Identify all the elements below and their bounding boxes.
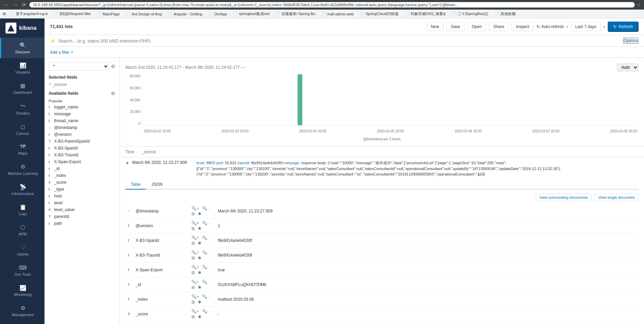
filter-minus-icon[interactable]: 🔍-	[201, 206, 210, 211]
filter-minus-icon[interactable]: 🔍-	[201, 294, 210, 299]
bookmark-2[interactable]: 📄 MainPage	[95, 11, 122, 17]
available-fields-settings[interactable]: ⚙	[111, 91, 115, 96]
sidebar-item-infrastructure[interactable]: 📡 Infrastructure	[0, 180, 45, 200]
field-item-timestamp[interactable]: ○ @timestamp	[45, 124, 119, 131]
sidebar-item-machine-learning[interactable]: ⚙ Machine Learning	[0, 159, 45, 180]
field-item-version[interactable]: t @version	[45, 131, 119, 138]
toggle-column-icon[interactable]: ✱	[197, 255, 202, 261]
bookmark-9[interactable]: 📄 SpringCloud(5)快速	[358, 11, 401, 17]
sidebar-item-discover[interactable]: 🔍 Discover	[0, 38, 45, 58]
bookmark-3[interactable]: 📄 Ant Design of Ang	[124, 11, 164, 17]
sidebar-item-dashboard[interactable]: ▦ Dashboard	[0, 78, 45, 99]
forward-button[interactable]: →	[12, 1, 19, 8]
bookmark-6[interactable]: 📄 springboot集成red	[231, 11, 272, 17]
reload-button[interactable]: ⟳	[21, 1, 27, 8]
field-item-message[interactable]: t message	[45, 111, 119, 117]
filter-exists-icon[interactable]: ⊞	[190, 226, 196, 231]
filter-minus-icon[interactable]: 🔍-	[201, 235, 210, 241]
interval-select[interactable]: Auto	[617, 63, 639, 72]
bookmark-0[interactable]: 📄 基于angular4+ng-b	[8, 11, 50, 17]
view-surrounding-button[interactable]: View surrounding documents	[536, 194, 592, 201]
field-item-score[interactable]: # _score	[45, 179, 119, 186]
sidebar-item-logs[interactable]: 📋 Logs	[0, 200, 45, 220]
filter-plus-icon[interactable]: 🔍+	[190, 309, 200, 314]
bookmark-7[interactable]: 📄 在微服务/ Spring Bo	[274, 11, 317, 17]
sidebar-item-uptime[interactable]: ♡ Uptime	[0, 240, 45, 260]
new-button[interactable]: New	[426, 22, 443, 31]
field-settings-button[interactable]: ⚙	[111, 64, 115, 69]
filter-plus-icon[interactable]: 🔍+	[190, 294, 200, 299]
bookmark-12[interactable]: 📄 其他收藏	[493, 11, 518, 17]
sidebar-item-canvas[interactable]: ◻ Canvas	[0, 119, 45, 140]
filter-plus-icon[interactable]: 🔍+	[190, 206, 200, 211]
field-item-path[interactable]: t path	[45, 220, 119, 227]
bookmark-8[interactable]: 📄 mall-admin-web	[319, 11, 356, 17]
toggle-column-icon[interactable]: ✱	[197, 226, 202, 231]
sidebar-item-timelion[interactable]: 〜 Timelion	[0, 99, 45, 119]
refresh-button[interactable]: ↻ Refresh	[608, 22, 639, 32]
bookmark-star[interactable]: ☆	[637, 2, 641, 8]
field-item-level[interactable]: t level	[45, 199, 119, 206]
filter-minus-icon[interactable]: 🔍-	[201, 250, 210, 255]
filter-plus-icon[interactable]: 🔍+	[190, 220, 200, 226]
bookmark-4[interactable]: 📄 Angular - Getting	[166, 11, 204, 17]
sidebar-item-management[interactable]: ⚙ Management	[0, 301, 45, 321]
toggle-column-icon[interactable]: ✱	[197, 314, 202, 320]
chevron-left-icon[interactable]: ‹	[567, 24, 568, 29]
filter-plus-icon[interactable]: 🔍+	[190, 264, 200, 270]
save-button[interactable]: Save	[446, 22, 464, 31]
field-item-id[interactable]: t _id	[45, 165, 119, 172]
chevron-right-icon[interactable]: ›	[604, 24, 605, 29]
doc-row-header[interactable]: ▼ March 6th 2020, 11:23:27.909 level: IN…	[120, 157, 644, 180]
toggle-column-icon[interactable]: ✱	[197, 299, 202, 305]
field-item-logger_name[interactable]: t logger_name	[45, 104, 119, 111]
tab-table[interactable]: Table	[125, 180, 146, 190]
bookmark-1[interactable]: 📄 [转]由Request Met	[52, 11, 92, 17]
filter-plus-icon[interactable]: 🔍+	[190, 279, 200, 285]
field-item-index[interactable]: t _index	[45, 172, 119, 179]
sidebar-item-monitoring[interactable]: 📈 Monitoring	[0, 281, 45, 301]
filter-minus-icon[interactable]: 🔍-	[201, 264, 210, 270]
filter-exists-icon[interactable]: ⊞	[190, 211, 196, 217]
options-button[interactable]: Options	[623, 38, 639, 44]
sidebar-item-visualize[interactable]: 📊 Visualize	[0, 58, 45, 78]
filter-minus-icon[interactable]: 🔍-	[201, 279, 210, 285]
filter-minus-icon[interactable]: 🔍-	[201, 309, 210, 314]
toggle-column-icon[interactable]: ✱	[197, 241, 202, 246]
filter-minus-icon[interactable]: 🔍-	[201, 220, 210, 226]
toggle-column-icon[interactable]: ✱	[197, 211, 202, 217]
filter-exists-icon[interactable]: ⊞	[190, 314, 196, 320]
bookmark-11[interactable]: 📄 二十]SpringBoot之	[450, 11, 491, 17]
inspect-button[interactable]: Inspect	[512, 22, 534, 31]
field-item-traceid[interactable]: t X-B3-TraceId	[45, 152, 119, 158]
bookmark-5[interactable]: 📄 OmApp	[206, 11, 229, 17]
tab-json[interactable]: JSON	[146, 180, 168, 190]
view-single-button[interactable]: View single document	[594, 194, 639, 201]
browser-nav[interactable]: ← → ⟳	[3, 1, 27, 8]
sidebar-item-dev-tools[interactable]: ⌨ Dev Tools	[0, 260, 45, 281]
time-range-button[interactable]: Last 7 days	[571, 22, 601, 31]
auto-refresh-button[interactable]: ↻ Auto-refresh	[536, 24, 564, 29]
field-item-parentspanid[interactable]: ? X-B3-ParentSpanId	[45, 138, 119, 145]
search-input[interactable]	[58, 38, 620, 43]
field-item-host[interactable]: t host	[45, 193, 119, 199]
field-item-parentid[interactable]: ? parentId	[45, 213, 119, 220]
field-item-type[interactable]: t _type	[45, 186, 119, 193]
field-item-spanexport[interactable]: t X-Span-Export	[45, 158, 119, 165]
filter-exists-icon[interactable]: ⊞	[190, 285, 196, 290]
index-pattern-select[interactable]: *	[49, 62, 109, 71]
bookmark-10[interactable]: 📄 对象存储OSS_海量&	[403, 11, 448, 17]
add-filter-button[interactable]: Add a filter +	[50, 50, 73, 55]
back-button[interactable]: ←	[3, 1, 10, 8]
field-item-thread_name[interactable]: t thread_name	[45, 117, 119, 124]
expand-button[interactable]: ▼	[125, 161, 129, 166]
url-bar[interactable]: 10.0.198.45:5601/app/kibana#/discover?_g…	[29, 2, 635, 8]
filter-exists-icon[interactable]: ⊞	[190, 241, 196, 246]
field-item-spanid[interactable]: t X-B3-SpanId	[45, 145, 119, 152]
filter-exists-icon[interactable]: ⊞	[190, 299, 196, 305]
filter-exists-icon[interactable]: ⊞	[190, 255, 196, 261]
field-item-level_value[interactable]: # level_value	[45, 206, 119, 213]
toggle-column-icon[interactable]: ✱	[197, 285, 202, 290]
toggle-column-icon[interactable]: ✱	[197, 270, 202, 275]
open-button[interactable]: Open	[467, 22, 486, 31]
